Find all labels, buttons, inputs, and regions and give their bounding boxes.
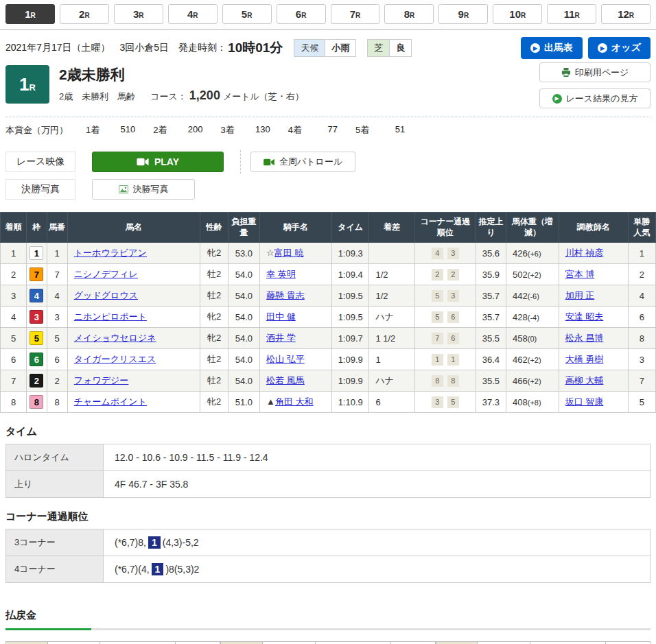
race-tab-suffix: R	[410, 12, 414, 19]
body-weight-diff: (+2)	[528, 271, 541, 279]
corner-position-3: 5	[432, 311, 443, 323]
jockey-name-link[interactable]: 松若 風馬	[266, 375, 305, 385]
race-tab[interactable]: 3R	[114, 4, 163, 24]
printer-icon	[561, 68, 571, 77]
patrol-video-button[interactable]: 全周パトロール	[250, 152, 355, 172]
trainer-name-link[interactable]: 川村 禎彦	[565, 248, 604, 258]
col-horse-name: 馬名	[67, 213, 200, 243]
corner-positions: 56	[414, 307, 476, 328]
race-tab-number: 7	[350, 8, 355, 20]
trainer-name-link[interactable]: 坂口 智康	[565, 396, 604, 407]
course-unit: メートル（芝・右）	[223, 91, 304, 103]
last-split-label: 上り	[6, 471, 104, 498]
jockey-name-link[interactable]: 松山 弘平	[266, 354, 305, 364]
race-tab[interactable]: 11R	[547, 4, 596, 24]
trainer-name-link[interactable]: 高柳 大輔	[565, 375, 604, 385]
body-weight: 408(+8)	[506, 392, 559, 413]
entry-table-button[interactable]: ▶ 出馬表	[521, 37, 583, 59]
trainer-name-link[interactable]: 安達 昭夫	[565, 311, 604, 322]
horse-name-link[interactable]: トーホウラビアン	[74, 248, 147, 258]
race-tab[interactable]: 9R	[438, 4, 488, 24]
trainer-name-link[interactable]: 加用 正	[565, 290, 595, 300]
course-distance: 1,200	[189, 88, 220, 103]
last-split-row: 上り 4F 46.7 - 3F 35.8	[6, 471, 651, 498]
race-tab-suffix: R	[193, 12, 198, 19]
horse-number: 8	[47, 392, 67, 413]
col-sex-age: 性齢	[200, 213, 228, 243]
race-tab-number: 10	[509, 8, 521, 20]
prize-amount: 510	[99, 124, 135, 136]
finish-time: 1:09.9	[331, 349, 368, 370]
trainer-name-link[interactable]: 宮本 博	[565, 269, 595, 279]
body-weight-value: 502	[513, 270, 528, 280]
trainer-name-link[interactable]: 大橋 勇樹	[565, 354, 604, 364]
finish-position: 7	[1, 370, 27, 392]
race-tab-suffix: R	[247, 12, 252, 19]
horse-name-link[interactable]: ニシノデフィレ	[74, 269, 138, 279]
corner4-label: 4コーナー	[6, 556, 104, 583]
body-weight-diff: (0)	[528, 335, 537, 343]
jockey-name-link[interactable]: 田中 健	[266, 311, 296, 322]
horse-number: 5	[47, 328, 67, 349]
race-tab-number: 12	[618, 8, 629, 20]
body-weight: 466(+2)	[506, 370, 559, 392]
race-tab[interactable]: 7R	[331, 4, 380, 24]
race-tab[interactable]: 6R	[277, 4, 326, 24]
jockey-name-link[interactable]: 幸 英明	[266, 269, 296, 279]
win-popularity: 3	[628, 349, 655, 370]
body-weight: 442(-6)	[506, 285, 559, 307]
finish-photo-button[interactable]: 決勝写真	[92, 179, 195, 200]
body-weight: 458(0)	[506, 328, 559, 349]
margin: 1 1/2	[369, 328, 415, 349]
corner-position-3: 3	[432, 396, 443, 408]
frame-number-badge: 4	[30, 289, 43, 302]
body-weight: 462(+2)	[506, 349, 559, 370]
odds-button[interactable]: ▶ オッズ	[588, 37, 651, 59]
winner-number-box: 1	[152, 563, 164, 575]
finish-position: 2	[1, 264, 27, 285]
race-number-suffix: R	[30, 82, 36, 93]
horse-name-link[interactable]: ニホンピロポート	[74, 311, 147, 322]
race-tab[interactable]: 8R	[384, 4, 434, 24]
estimated-last-3f: 35.7	[476, 307, 506, 328]
frame-number-badge: 6	[30, 353, 43, 366]
sex-age: 牡2	[200, 285, 228, 307]
margin: ハナ	[369, 370, 415, 392]
corner-position-4: 3	[447, 290, 459, 302]
col-horse-number: 馬番	[47, 213, 67, 243]
jockey-name-link[interactable]: 酒井 学	[266, 333, 296, 343]
horse-name-link[interactable]: フォワデジー	[74, 375, 129, 385]
horse-name-link[interactable]: グッドグロウス	[74, 290, 138, 300]
frame-number-badge: 2	[30, 374, 43, 387]
race-tab[interactable]: 1R	[5, 4, 55, 24]
jockey-name-link[interactable]: 藤懸 貴志	[266, 290, 305, 300]
race-tab[interactable]: 12R	[601, 4, 651, 24]
jockey-name-link[interactable]: 富田 暁	[274, 248, 304, 258]
race-tab[interactable]: 4R	[168, 4, 218, 24]
margin: 1/2	[369, 285, 415, 307]
corner-order-section: コーナー通過順位 3コーナー (*6,7)8,1(4,3)-5,2 4コーナー …	[0, 510, 656, 583]
race-date: 2021年7月17日（土曜）	[5, 42, 110, 54]
prize-item: 4着77	[288, 124, 338, 136]
body-weight-diff: (+2)	[528, 377, 541, 385]
carried-weight: 54.0	[228, 307, 259, 328]
horse-name-link[interactable]: タイガークリスエス	[74, 354, 156, 364]
play-button[interactable]: PLAY	[92, 152, 224, 172]
race-tab[interactable]: 2R	[60, 4, 109, 24]
horse-name-link[interactable]: メイショウセロジネ	[74, 333, 156, 343]
results-guide-button[interactable]: ▶ レース結果の見方	[539, 88, 651, 108]
track-condition-badge: 芝 良	[367, 39, 412, 57]
horse-name-link[interactable]: チャームポイント	[74, 396, 147, 407]
print-page-button[interactable]: 印刷用ページ	[539, 62, 651, 82]
margin: 1/2	[369, 264, 415, 285]
body-weight-value: 458	[513, 333, 528, 344]
media-section: レース映像 PLAY 全周パトロール 決勝写真 決勝写真	[0, 142, 656, 209]
payout-title: 払戻金	[5, 609, 651, 622]
prize-money-row: 本賞金（万円） 1着510 2着200 3着130 4着77 5着51	[0, 117, 656, 142]
corner-order-table: 3コーナー (*6,7)8,1(4,3)-5,2 4コーナー (*6,7)(4,…	[5, 529, 651, 583]
race-tab[interactable]: 5R	[222, 4, 272, 24]
race-tab[interactable]: 10R	[493, 4, 542, 24]
jockey-name-link[interactable]: 角田 大和	[275, 396, 314, 407]
frame-number-badge: 3	[30, 310, 43, 324]
trainer-name-link[interactable]: 松永 昌博	[565, 333, 604, 343]
